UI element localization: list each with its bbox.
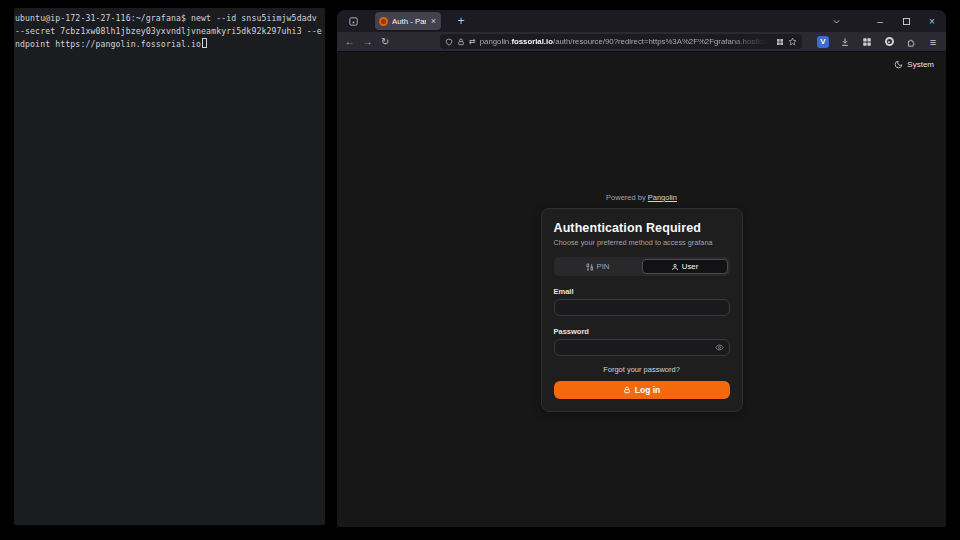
tab-close-icon[interactable]: × bbox=[430, 17, 437, 26]
url-text[interactable]: pangolin.fossorial.io/auth/resource/90?r… bbox=[480, 37, 772, 46]
auth-card: Authentication Required Choose your pref… bbox=[541, 208, 743, 412]
page-content: System Powered by Pangolin Authenticatio… bbox=[337, 52, 946, 527]
new-tab-button[interactable]: + bbox=[453, 13, 469, 29]
url-bar[interactable]: ⇄ pangolin.fossorial.io/auth/resource/90… bbox=[440, 34, 802, 49]
terminal-window[interactable]: ubuntu@ip-172-31-27-116:~/grafana$ newt … bbox=[14, 8, 325, 525]
theme-label: System bbox=[907, 60, 934, 69]
forward-button[interactable]: → bbox=[361, 35, 375, 49]
tab-user[interactable]: User bbox=[642, 259, 728, 274]
extensions-puzzle-icon[interactable] bbox=[904, 35, 918, 49]
login-button[interactable]: Log in bbox=[554, 381, 730, 399]
window-close-button[interactable]: × bbox=[924, 13, 940, 29]
moon-icon bbox=[894, 60, 903, 69]
minimize-button[interactable]: – bbox=[872, 13, 888, 29]
email-field[interactable] bbox=[554, 299, 730, 316]
tracking-shield-icon[interactable] bbox=[445, 38, 453, 46]
card-title: Authentication Required bbox=[554, 221, 730, 235]
adblock-ring-icon[interactable] bbox=[882, 35, 896, 49]
maximize-button[interactable] bbox=[898, 13, 914, 29]
switch-icon[interactable]: ⇄ bbox=[469, 37, 476, 46]
pangolin-link[interactable]: Pangolin bbox=[648, 193, 677, 202]
pangolin-favicon-icon bbox=[379, 17, 388, 26]
login-lock-icon bbox=[623, 386, 631, 394]
terminal-line: ubuntu@ip-172-31-27-116:~/grafana$ newt … bbox=[15, 12, 324, 25]
terminal-line: ndpoint https://pangolin.fossorial.io bbox=[15, 38, 324, 51]
containers-grid-icon[interactable] bbox=[860, 35, 874, 49]
lock-icon[interactable] bbox=[457, 38, 465, 46]
tab-auth-pangolin[interactable]: Auth - Pangolin × bbox=[375, 12, 441, 30]
password-label: Password bbox=[554, 327, 730, 336]
tab-pin[interactable]: PIN bbox=[556, 259, 640, 274]
login-label: Log in bbox=[635, 385, 661, 395]
terminal-cursor bbox=[202, 38, 207, 48]
card-subtitle: Choose your preferred method to access g… bbox=[554, 238, 730, 247]
terminal-line: --secret 7cbz1xw08lh1jbzey03yxvndljvneam… bbox=[15, 25, 324, 38]
auth-method-tabs: PIN User bbox=[554, 257, 730, 276]
pin-binary-icon bbox=[586, 263, 594, 271]
page-actions-grid-icon[interactable] bbox=[776, 38, 784, 46]
reload-button[interactable]: ↻ bbox=[378, 35, 392, 49]
powered-by-text: Powered by bbox=[606, 193, 646, 202]
menu-hamburger-icon[interactable]: ≡ bbox=[926, 35, 940, 49]
downloads-icon[interactable] bbox=[838, 35, 852, 49]
bookmark-star-icon[interactable] bbox=[788, 37, 797, 46]
tab-title: Auth - Pangolin bbox=[392, 17, 426, 26]
forgot-password-link[interactable]: Forgot your password? bbox=[554, 365, 730, 374]
tab-bar: Auth - Pangolin × + – × bbox=[337, 10, 946, 32]
tab-pin-label: PIN bbox=[597, 262, 610, 271]
list-all-tabs-chevron-icon[interactable] bbox=[828, 13, 844, 29]
password-field[interactable] bbox=[554, 339, 730, 356]
theme-toggle[interactable]: System bbox=[894, 60, 934, 69]
browser-window: Auth - Pangolin × + – × ← → ↻ ⇄ pangolin… bbox=[337, 10, 946, 527]
user-icon bbox=[671, 263, 679, 271]
maximize-icon bbox=[903, 18, 910, 25]
email-label: Email bbox=[554, 287, 730, 296]
back-button[interactable]: ← bbox=[343, 35, 357, 49]
show-password-eye-icon[interactable] bbox=[715, 343, 724, 352]
tab-user-label: User bbox=[682, 262, 698, 271]
toolbar-extensions-area: V ≡ bbox=[816, 35, 940, 49]
powered-by: Powered by Pangolin bbox=[606, 193, 677, 202]
navigation-toolbar: ← → ↻ ⇄ pangolin.fossorial.io/auth/resou… bbox=[337, 32, 946, 52]
vimium-extension-icon[interactable]: V bbox=[816, 35, 830, 49]
firefox-view-icon[interactable] bbox=[345, 13, 361, 29]
